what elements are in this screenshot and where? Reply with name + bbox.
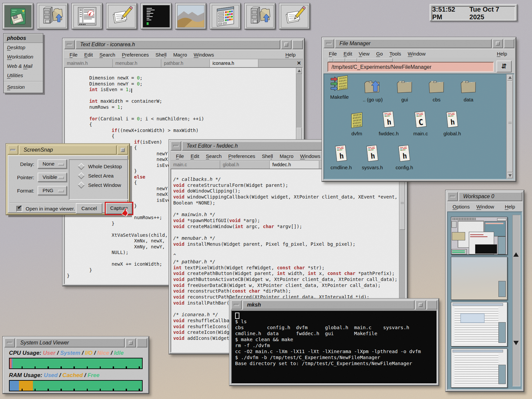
titlebar[interactable]: File Manager [324,39,514,48]
scroll-up-icon[interactable] [513,252,519,257]
menu-item[interactable]: File [66,52,81,58]
menu-help[interactable]: Help [493,51,510,57]
launcher-tile[interactable] [141,3,172,29]
launcher-tile[interactable] [3,3,33,29]
launcher-tile[interactable] [245,3,275,29]
open-in-viewer-checkbox[interactable]: ✔ [16,206,22,212]
menu-item[interactable]: Window [473,204,497,209]
window-menu-button[interactable] [324,39,334,48]
menu-item[interactable]: Windows [191,52,217,58]
file-icon-area[interactable]: 101010010101101010010101101010 h C 10101… [324,73,514,180]
path-segment-button[interactable] [333,58,345,62]
terminal-output[interactable]: $ lscbs config.h dvfm global.h main.c sy… [231,310,437,384]
cancel-button[interactable]: Cancel [76,203,102,214]
file-icon[interactable]: 101010010101101010010101101010 h C 10101… [357,77,388,102]
editor-tab[interactable]: fwddec.h [270,161,319,169]
menu-item[interactable]: File [173,153,187,159]
restore-button[interactable] [117,145,128,155]
scroll-down-icon[interactable] [513,341,519,345]
launcher-tile[interactable] [37,3,68,29]
window-menu-button[interactable] [231,300,242,310]
window-menu-button[interactable] [171,141,181,151]
radio-diamond-icon[interactable] [78,172,85,179]
workspace-thumbnail-sky[interactable] [451,257,507,300]
editor-tab[interactable]: iconarea.h [210,59,258,67]
menu-help[interactable]: Help [501,204,518,209]
menu-item[interactable]: Macro [170,52,191,58]
restore-button[interactable] [125,338,136,347]
window-menu-button[interactable] [447,192,458,201]
file-icon[interactable]: 101010010101101010010101101010 h C 10101… [389,145,420,170]
delay-dropdown[interactable]: None [38,159,67,169]
menu-item[interactable]: View [355,51,373,57]
workspace-thumbnail-desktop[interactable] [451,217,507,255]
menu-item[interactable]: Edit [187,153,202,159]
menu-item[interactable]: Search [96,52,119,58]
restore-button[interactable] [415,300,426,310]
radio-diamond-icon[interactable] [78,182,85,189]
workspace-thumbnail-document[interactable] [451,348,507,388]
window-menu-button[interactable] [4,338,15,347]
launcher-tile[interactable] [72,3,102,29]
titlebar[interactable]: Text Editor - iconarea.h [64,40,303,49]
scroll-down-icon[interactable] [507,173,513,178]
path-segment-button[interactable] [357,58,393,62]
launcher-tile[interactable] [106,3,137,29]
file-icon[interactable]: 101010010101101010010101101010 h C 10101… [324,74,355,100]
scrollbar-thumb[interactable] [507,81,513,172]
pointer-dropdown[interactable]: Visible [38,173,67,182]
scroll-up-icon[interactable] [297,68,302,74]
menu-help[interactable]: Help [282,52,299,58]
phobos-menu-item[interactable]: Web & Mail [4,62,43,71]
file-icon[interactable]: 101010010101101010010101101010 h C 10101… [405,111,436,136]
window-menu-button[interactable] [64,40,75,49]
titlebar[interactable]: mksh [231,300,437,310]
window-menu-button[interactable] [8,145,18,155]
editor-tab[interactable]: mainwin.h [64,59,113,67]
scrollbar-thumb[interactable] [400,179,405,230]
maximize-button[interactable] [292,40,303,49]
pager-scrollbar[interactable] [512,215,520,386]
restore-button[interactable] [492,39,503,48]
file-icon[interactable]: 101010010101101010010101101010 h C 10101… [326,145,356,170]
file-icon[interactable]: 101010010101101010010101101010 h C 10101… [357,145,388,170]
menu-item[interactable]: File [326,51,340,57]
menu-item[interactable]: Shell [152,52,170,58]
editor-tab[interactable]: menubar.h [113,59,161,67]
titlebar[interactable]: ScreenSnap [8,145,128,155]
maximize-button[interactable] [427,300,437,310]
menu-item[interactable]: Preferences [225,153,259,159]
file-icon[interactable]: 101010010101101010010101101010 h C 10101… [453,77,484,102]
radio-option[interactable]: Whole Desktop [79,164,133,169]
radio-option[interactable]: Select Area [79,173,133,179]
menu-item[interactable]: Search [202,153,225,159]
menu-item[interactable]: Window [404,51,429,57]
phobos-menu-item[interactable]: Utilities [4,71,43,80]
editor-tab[interactable]: main.c [171,161,220,169]
launcher-tile[interactable] [176,3,206,29]
restore-button[interactable] [281,40,292,49]
menu-item[interactable]: Edit [81,52,96,58]
radio-option[interactable]: Select Window [79,182,133,188]
editor-tab[interactable]: global.h [220,161,270,169]
vertical-scrollbar[interactable] [506,74,514,179]
menu-item[interactable]: Tools [386,51,404,57]
radio-diamond-icon[interactable] [78,163,85,170]
menu-item[interactable]: Preferences [119,52,152,58]
file-icon[interactable]: 101010010101101010010101101010 h C 10101… [373,111,404,136]
file-icon[interactable]: 101010010101101010010101101010 h C 10101… [437,111,467,136]
menu-item[interactable]: Macro [276,153,297,159]
phobos-menu-item[interactable]: Workstation [4,52,43,62]
menu-item[interactable]: Options [449,204,473,209]
launcher-tile[interactable] [210,3,241,29]
launcher-tile[interactable] [279,3,310,29]
maximize-button[interactable] [137,338,147,347]
refresh-button[interactable]: ⇵ [496,61,512,72]
editor-tab[interactable]: pathbar.h [161,59,210,67]
file-icon[interactable]: 101010010101101010010101101010 h C 10101… [341,111,372,136]
scroll-up-icon[interactable] [507,75,513,80]
path-segment-button[interactable] [328,58,333,62]
close-tab-icon[interactable]: ✕ [295,59,303,67]
format-dropdown[interactable]: PNG [38,186,67,195]
titlebar[interactable]: Workspace 0 [447,192,522,201]
